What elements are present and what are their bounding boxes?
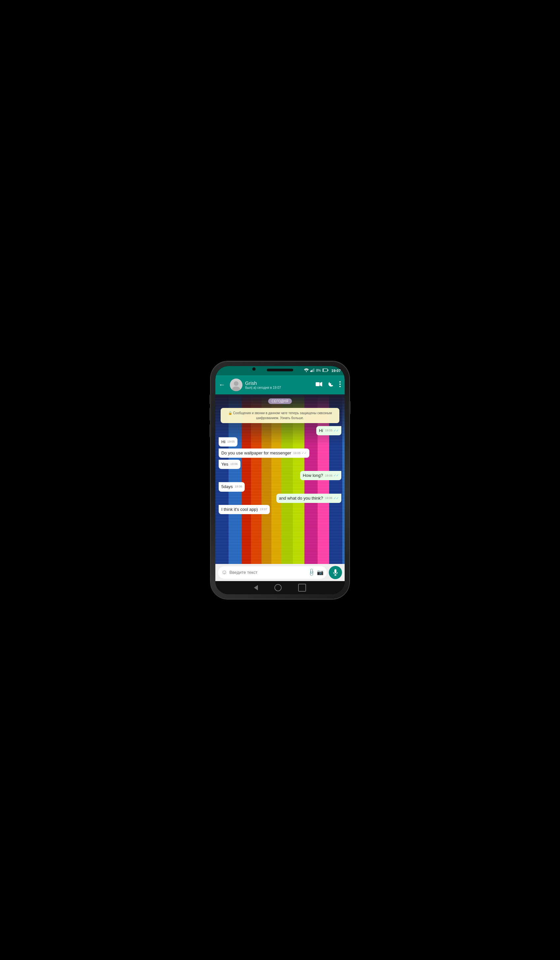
message-meta: 19:05: [227, 440, 235, 444]
message-bubble: Do you use wallpaper for messenger 19:05…: [219, 448, 309, 458]
mic-button[interactable]: [329, 566, 342, 579]
message-row: How long? 19:06 ✓✓: [218, 471, 342, 480]
message-bubble: How long? 19:06 ✓✓: [300, 471, 341, 480]
back-nav-button[interactable]: [254, 585, 258, 590]
message-row: and what do you think? 19:06 ✓✓: [218, 494, 342, 503]
message-time: 19:06: [235, 485, 242, 489]
message-meta: 19:05 ✓✓: [293, 451, 307, 456]
message-meta: 19:06 ✓✓: [325, 496, 339, 501]
chat-header: ← Grish был(-а) сегодня в 19:07: [215, 375, 345, 394]
nav-bar: [215, 581, 345, 594]
svg-rect-4: [314, 368, 315, 372]
message-row: Hi 19:05 ✓✓: [218, 426, 342, 435]
back-button[interactable]: ←: [217, 379, 227, 390]
message-row: I think it's cool app) 19:07: [218, 505, 342, 514]
attach-button[interactable]: 📎: [307, 568, 316, 577]
message-text: Yes: [221, 462, 228, 467]
input-bar: ☺ 📎 📷: [215, 564, 345, 581]
svg-rect-7: [323, 369, 323, 371]
svg-rect-6: [328, 370, 328, 371]
app-screen: 8% 19:07 ←: [215, 366, 345, 594]
date-separator: СЕГОДНЯ: [268, 398, 291, 404]
message-meta: 19:05 ✓✓: [325, 429, 339, 433]
recents-nav-button[interactable]: [298, 584, 306, 592]
message-text: 5days: [221, 484, 233, 489]
message-row: 5days 19:06: [218, 482, 342, 491]
contact-avatar[interactable]: [230, 379, 242, 391]
header-actions: [314, 380, 342, 390]
svg-point-13: [339, 381, 341, 382]
message-time: 19:05: [227, 440, 235, 444]
contact-info[interactable]: Grish был(-а) сегодня в 19:07: [245, 380, 312, 389]
lock-icon: 🔒: [228, 411, 232, 415]
contact-name: Grish: [245, 380, 312, 386]
phone-device: 8% 19:07 ←: [211, 362, 349, 599]
message-time: 19:06: [230, 462, 238, 466]
phone-speaker: [267, 369, 293, 371]
emoji-button[interactable]: ☺: [221, 569, 227, 576]
chat-area: СЕГОДНЯ 🔒 Сообщения и звонки в данном ча…: [215, 394, 345, 564]
video-call-button[interactable]: [314, 381, 323, 389]
svg-rect-1: [310, 371, 311, 372]
message-bubble: I think it's cool app) 19:07: [219, 505, 270, 514]
message-text: I think it's cool app): [221, 507, 258, 512]
text-input-wrap: ☺ 📎 📷: [218, 566, 327, 579]
camera-button[interactable]: 📷: [317, 569, 323, 576]
message-row: Yes 19:06: [218, 460, 342, 469]
message-meta: 19:06: [230, 462, 238, 466]
read-ticks: ✓✓: [333, 429, 339, 433]
svg-rect-11: [315, 382, 320, 386]
home-nav-button[interactable]: [274, 584, 282, 591]
power-button: [349, 401, 350, 414]
message-time: 19:06: [325, 496, 333, 500]
message-text: Hi: [221, 439, 225, 444]
phone-screen: 8% 19:07 ←: [215, 366, 345, 594]
svg-point-15: [339, 386, 341, 387]
status-time: 19:07: [331, 369, 341, 373]
voice-call-button[interactable]: [327, 380, 335, 389]
svg-rect-2: [312, 370, 313, 372]
message-meta: 19:07: [260, 507, 267, 512]
message-bubble: Hi 19:05: [219, 437, 237, 446]
message-time: 19:05: [293, 451, 301, 456]
message-meta: 19:06: [235, 485, 242, 489]
svg-point-9: [234, 381, 238, 386]
encrypt-text: Сообщения и звонки в данном чате теперь …: [233, 411, 332, 420]
message-text: Hi: [319, 428, 323, 433]
message-row: Do you use wallpaper for messenger 19:05…: [218, 448, 342, 458]
volume-up-button: [210, 394, 211, 404]
message-row: Hi 19:05: [218, 437, 342, 446]
message-time: 19:07: [260, 507, 267, 512]
svg-point-14: [339, 384, 341, 385]
phone-camera: [252, 367, 256, 371]
read-ticks: ✓✓: [333, 473, 339, 478]
volume-down-button: [210, 408, 211, 421]
message-text: Do you use wallpaper for messenger: [221, 451, 291, 456]
message-time: 19:05: [325, 429, 333, 433]
message-bubble: and what do you think? 19:06 ✓✓: [276, 494, 341, 503]
svg-rect-3: [313, 370, 314, 372]
signal-icon: [310, 368, 314, 373]
svg-rect-16: [334, 569, 336, 573]
wifi-icon: [304, 368, 309, 373]
message-time: 19:06: [325, 474, 333, 478]
battery-icon: [323, 368, 328, 373]
message-text: and what do you think?: [279, 496, 323, 501]
message-text: How long?: [303, 473, 323, 478]
more-options-button[interactable]: [338, 380, 342, 390]
chat-messages: СЕГОДНЯ 🔒 Сообщения и звонки в данном ча…: [215, 394, 345, 517]
battery-label: 8%: [316, 369, 320, 372]
message-input[interactable]: [229, 570, 306, 575]
status-icons: 8% 19:07: [304, 368, 341, 373]
camera-button: [210, 424, 211, 437]
message-meta: 19:06 ✓✓: [325, 473, 339, 478]
read-ticks: ✓✓: [301, 451, 307, 456]
read-ticks: ✓✓: [333, 496, 339, 501]
contact-status: был(-а) сегодня в 19:07: [245, 386, 312, 389]
svg-marker-12: [320, 382, 322, 387]
message-bubble: Hi 19:05 ✓✓: [316, 426, 341, 435]
encryption-notice: 🔒 Сообщения и звонки в данном чате тепер…: [221, 408, 339, 423]
message-bubble: 5days 19:06: [219, 482, 245, 491]
svg-point-0: [306, 371, 307, 372]
message-bubble: Yes 19:06: [219, 460, 240, 469]
